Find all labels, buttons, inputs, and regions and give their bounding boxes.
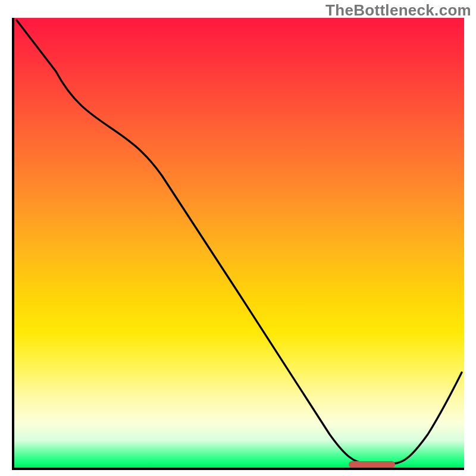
watermark-text: TheBottleneck.com <box>325 1 471 20</box>
optimal-range-marker <box>349 461 395 468</box>
plot-area <box>12 18 464 470</box>
bottleneck-curve <box>14 18 464 468</box>
chart-container: TheBottleneck.com <box>0 0 476 476</box>
curve-path <box>17 20 462 464</box>
